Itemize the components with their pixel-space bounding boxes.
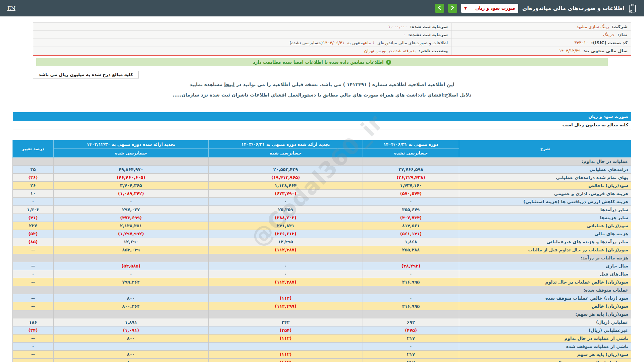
section-row: سود(زیان) پایه هر سهم:	[13, 310, 631, 318]
value-restated-h1	[209, 310, 363, 318]
table-row: هزینه های فروش، اداری و عمومی(۵۷۰,۵۴۴)(۶…	[13, 190, 631, 198]
isic-label: کد صنعت (ISIC):	[591, 40, 628, 45]
value-restated-fy: ۸۰۰,۲۶۴	[54, 302, 209, 310]
symbol-value: خرینگ	[603, 32, 616, 37]
subheader-unaudited: حسابرسی نشده	[363, 149, 459, 158]
table-row: سود(زیان) خالص۲۱۶,۹۹۵(۱۱۲,۴۹۹)۸۰۰,۲۶۴--	[13, 302, 631, 310]
table-row: ناشي از عملیات متوقف شده۰۰	[13, 343, 631, 351]
row-label: غیرعملیاتي (ریال)	[459, 326, 631, 335]
info-row: شرکت: رینگ سازی مشهد سرمایه ثبت شده: ۱,۰…	[33, 23, 631, 31]
next-statement-button[interactable]	[448, 4, 457, 13]
value-restated-fy: ۸۰۰	[54, 359, 209, 362]
value-restated-h1: (۲۸۸,۲۰۲)	[209, 214, 363, 222]
value-restated-h1: (۱۹,۴۱۳,۹۶۵)	[209, 174, 363, 182]
value-change-percent	[13, 254, 54, 262]
value-change-percent: ۱۸۶	[13, 318, 54, 326]
table-row: سایر هزینه‌ها(۴۰۷,۷۳۴)(۲۸۸,۲۰۲)(۴۷۳,۶۹۹)…	[13, 214, 631, 222]
row-label: سال جاری	[459, 262, 631, 270]
value-change-percent: ۲۳۷	[13, 222, 54, 230]
income-statement-table: شرح دوره منتهی به ۱۴۰۴/۰۶/۳۱ تجدید ارائه…	[12, 140, 631, 362]
value-current-period: ۸۱۴,۵۶۱	[363, 222, 459, 230]
issuer-status-value: پذیرفته شده در بورس تهران	[364, 48, 417, 53]
row-label: سود(زیان) پایه هر سهم:	[459, 310, 631, 318]
value-current-period: (۴۰۷,۷۳۴)	[363, 214, 459, 222]
unregistered-capital-value: ۰	[403, 32, 407, 37]
table-row: سال‌های قبل۰۰۰۰	[13, 270, 631, 278]
info-row: سال مالی منتهی به: ۱۴۰۴/۱۲/۲۹ وضعیت ناشر…	[33, 47, 631, 55]
info-row: کد صنعت (ISIC): ۳۴۳۰۱۰ اطلاعات و صورت‌ها…	[33, 39, 631, 47]
table-row: سود (زیان) خالص عملیات متوقف شده۰(۱۱۲)۸۰…	[13, 294, 631, 302]
table-row: هزینه کاهش ارزش دریافتنی ها (هزینه استثن…	[13, 198, 631, 206]
table-row: هزینه های مالی(۵۶۱,۱۴۱)(۳۶۶,۶۱۳)(۱,۲۹۷,۹…	[13, 230, 631, 238]
info-icon: i	[386, 60, 391, 65]
value-current-period: ۲۱۶,۹۹۵	[363, 278, 459, 286]
value-restated-h1: ۰	[209, 262, 363, 270]
value-restated-fy: (۱,۲۹۷,۹۹۲)	[54, 230, 209, 238]
value-change-percent: --	[13, 359, 54, 362]
value-current-period: ۰	[363, 294, 459, 302]
value-restated-h1: ۲۰,۵۵۲,۴۲۹	[209, 166, 363, 174]
value-current-period: ۰	[363, 343, 459, 351]
row-label: سود(زیان) ناخالص	[459, 182, 631, 190]
company-info-box: شرکت: رینگ سازی مشهد سرمایه ثبت شده: ۱,۰…	[33, 22, 631, 56]
table-row: سود(زیان) پایه هر سهم۲۱۷(۱۱۲)۸۰۰--	[13, 351, 631, 359]
row-label: سال‌های قبل	[459, 270, 631, 278]
value-current-period	[363, 310, 459, 318]
isic-value: ۳۴۳۰۱۰	[574, 40, 590, 45]
row-label: عملیات در حال تداوم:	[459, 158, 631, 166]
value-restated-h1: (۳۵۴)	[209, 326, 363, 335]
value-current-period: ۲۵۵,۲۸۸	[363, 246, 459, 254]
table-row: درآمدهاي عملیاتي۲۷,۷۶۶,۵۹۸۲۰,۵۵۲,۴۲۹۴۹,۸…	[13, 166, 631, 174]
value-current-period	[363, 286, 459, 294]
units-note-box: کلیه مبالغ درج شده به میلیون ریال می باش…	[33, 71, 139, 78]
section-row: عملیات متوقف شده:	[13, 286, 631, 294]
value-change-percent: --	[13, 278, 54, 286]
value-restated-fy: ۴۹,۸۶۴,۹۷۰	[54, 166, 209, 174]
value-restated-fy: (۴۶,۴۶۰,۶۰۵)	[54, 174, 209, 182]
period-end-date: ۱۴۰۴/۰۶/۳۱	[323, 40, 346, 45]
registered-capital-label: سرمایه ثبت شده:	[410, 24, 448, 29]
header-restated-h1: تجدید ارائه شده دوره منتهی به ۱۴۰۳/۰۶/۳۱	[209, 140, 363, 149]
statement-type-selected-value: صورت سود و زیان	[475, 6, 515, 11]
value-current-period: (۴۷۵)	[363, 326, 459, 335]
value-current-period: (۵۷۰,۵۴۴)	[363, 190, 459, 198]
row-label: سود(زیان) خالص عملیات در حال تداوم	[459, 278, 631, 286]
row-label: هزینه های فروش، اداری و عمومی	[459, 190, 631, 198]
row-label: ناشي از عملیات متوقف شده	[459, 343, 631, 351]
header-restated-fy: تجدید ارائه شده دوره منتهی به ۱۴۰۳/۱۲/۳۰	[54, 140, 209, 149]
table-row: سایر درآمدها و هزینه های غیرعملیاتی۱,۸۶۸…	[13, 238, 631, 246]
topbar: اطلاعات و صورت‌های مالی میاندوره‌ای صورت…	[0, 0, 644, 16]
period-text: اطلاعات و صورت‌های مالی میاندوره‌ای	[376, 40, 448, 45]
value-restated-fy: (۱,۰۸۹,۳۴۲)	[54, 190, 209, 198]
value-restated-fy	[54, 343, 209, 351]
row-label: سایر درآمدها و هزینه های غیرعملیاتی	[459, 238, 631, 246]
value-restated-h1	[209, 343, 363, 351]
statement-type-select[interactable]: صورت سود و زیان ▼	[461, 4, 518, 13]
row-label: هزینه کاهش ارزش دریافتنی ها (هزینه استثن…	[459, 198, 631, 206]
value-restated-h1: (۱۱۲,۳۸۷)	[209, 246, 363, 254]
value-change-percent: --	[13, 351, 54, 359]
value-current-period: ۶۹۲	[363, 318, 459, 326]
company-label: شرکت:	[612, 24, 628, 29]
previous-notice-link[interactable]: اینجا	[224, 82, 234, 87]
value-restated-fy: (۱,۰۹۱)	[54, 326, 209, 335]
value-restated-h1: (۱۱۲)	[209, 351, 363, 359]
value-current-period: ۲۱۷	[363, 335, 459, 343]
units-note-line: کلیه مبالغ به میلیون ریال است	[13, 121, 631, 129]
value-restated-fy: ۳,۴۰۴,۳۶۵	[54, 182, 209, 190]
value-change-percent: ۳۵	[13, 166, 54, 174]
row-label: درآمدهاي عملیاتي	[459, 166, 631, 174]
section-row: عملیات در حال تداوم:	[13, 158, 631, 166]
prev-statement-button[interactable]	[435, 4, 444, 13]
chevron-down-icon: ▼	[464, 7, 467, 10]
table-header-row: شرح دوره منتهی به ۱۴۰۴/۰۶/۳۱ تجدید ارائه…	[13, 140, 631, 149]
value-current-period: ۲۱۷	[363, 359, 459, 362]
value-current-period: ۱,۴۳۷,۱۶۰	[363, 182, 459, 190]
value-restated-h1: (۱۱۲,۳۸۷)	[209, 278, 363, 286]
value-restated-fy	[54, 310, 209, 318]
english-language-link[interactable]: EN	[7, 5, 15, 11]
value-current-period: ۲۱۷	[363, 351, 459, 359]
value-restated-h1	[209, 254, 363, 262]
fiscal-year-value: ۱۴۰۴/۱۲/۲۹	[559, 48, 582, 53]
row-label: سود(زیان) عملیاتي	[459, 222, 631, 230]
